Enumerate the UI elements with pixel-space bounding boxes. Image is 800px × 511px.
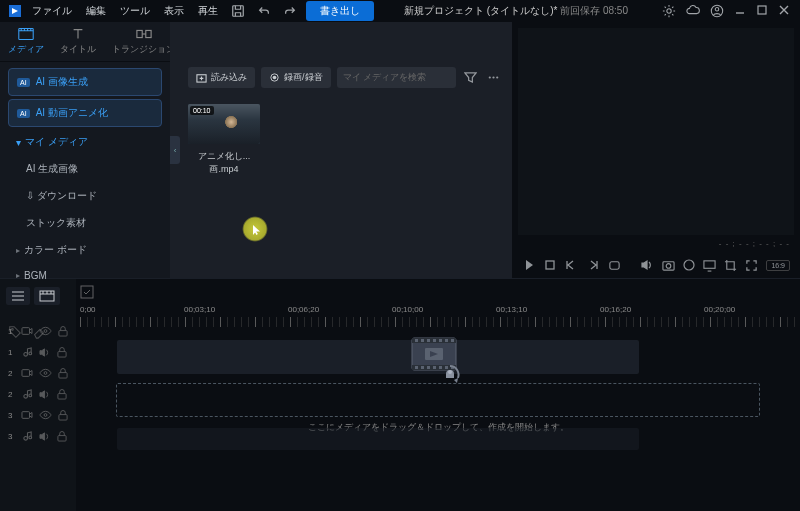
display-icon[interactable] [703, 259, 716, 272]
svg-rect-19 [546, 261, 554, 269]
svg-point-34 [29, 394, 32, 397]
import-button[interactable]: 読み込み [188, 67, 255, 88]
video-track-icon [21, 326, 33, 336]
ai-generated-images[interactable]: AI 生成画像 [8, 157, 162, 181]
lock-icon[interactable] [58, 368, 68, 379]
prev-frame-icon[interactable] [564, 258, 578, 272]
visibility-icon[interactable] [39, 368, 52, 378]
svg-rect-7 [145, 30, 150, 37]
preview-viewport[interactable] [518, 28, 794, 235]
visibility-icon[interactable] [39, 326, 52, 336]
ruler-tick: 00;13;10 [496, 305, 527, 314]
menu-view[interactable]: 表示 [158, 2, 190, 20]
svg-rect-0 [233, 6, 244, 17]
track-header[interactable]: 2 [4, 363, 72, 383]
media-clip[interactable]: 00:10 アニメ化し...画.mp4 [188, 104, 260, 176]
timeline-ruler[interactable]: 0;0000;03;1000;06;2000;10;0000;13;1000;1… [80, 305, 800, 317]
color-board-category[interactable]: ▸カラー ボード [8, 238, 162, 262]
track-header[interactable]: 3 [4, 405, 72, 425]
aspect-ratio-badge[interactable]: 16:9 [766, 260, 790, 271]
svg-point-22 [667, 263, 672, 268]
timeline-body[interactable]: 0;0000;03;1000;06;2000;10;0000;13;1000;1… [76, 279, 800, 511]
mute-icon[interactable] [39, 347, 51, 358]
cloud-icon[interactable] [686, 4, 700, 18]
visibility-icon[interactable] [39, 410, 52, 420]
filter-icon[interactable] [462, 69, 479, 86]
record-button[interactable]: 録画/録音 [261, 67, 331, 88]
svg-point-37 [44, 414, 47, 417]
stock-material[interactable]: ストック素材 [8, 211, 162, 235]
next-frame-icon[interactable] [586, 258, 600, 272]
menu-play[interactable]: 再生 [192, 2, 224, 20]
svg-point-29 [29, 352, 32, 355]
timeline-mode-film-icon[interactable] [34, 287, 60, 305]
lock-icon[interactable] [58, 410, 68, 421]
tab-media[interactable]: メディア [0, 22, 52, 61]
tab-title[interactable]: タイトル [52, 22, 104, 61]
account-icon[interactable] [710, 4, 724, 18]
more-icon[interactable] [485, 69, 502, 86]
svg-point-23 [684, 260, 694, 270]
quality-icon[interactable] [683, 259, 695, 271]
video-track-icon [21, 368, 33, 378]
svg-rect-28 [59, 330, 67, 335]
menu-tool[interactable]: ツール [114, 2, 156, 20]
minimize-icon[interactable] [734, 4, 746, 18]
timeline-settings-icon[interactable] [80, 285, 94, 299]
fullscreen-icon[interactable] [745, 259, 758, 272]
stop-icon[interactable] [544, 259, 556, 271]
track-header[interactable]: 2 [4, 384, 72, 404]
downloads[interactable]: ⇩ ダウンロード [8, 184, 162, 208]
tag-icon[interactable] [8, 325, 22, 339]
svg-point-15 [273, 75, 277, 79]
ruler-tick: 00;10;00 [392, 305, 423, 314]
timeline-mode-list-icon[interactable] [6, 287, 30, 305]
timeline-drop-zone[interactable] [116, 383, 760, 417]
svg-point-60 [448, 370, 452, 374]
snapshot-icon[interactable] [662, 259, 675, 272]
ruler-tick: 0;00 [80, 305, 96, 314]
audio-track-icon [22, 431, 33, 442]
svg-rect-50 [439, 339, 442, 342]
svg-point-32 [44, 372, 47, 375]
lock-icon[interactable] [57, 389, 67, 400]
lock-icon[interactable] [58, 326, 68, 337]
media-search-input[interactable]: マイ メディアを検索 [337, 67, 456, 88]
track-header[interactable]: 3 [4, 426, 72, 446]
svg-rect-47 [421, 339, 424, 342]
lock-icon[interactable] [57, 347, 67, 358]
undo-icon[interactable] [252, 2, 276, 20]
svg-point-12 [12, 329, 14, 331]
redo-icon[interactable] [278, 2, 302, 20]
my-media-category[interactable]: ▾マイ メディア [8, 130, 162, 154]
ruler-tick: 00;20;00 [704, 305, 735, 314]
svg-rect-6 [136, 30, 141, 37]
loop-icon[interactable] [608, 259, 621, 272]
top-menu-bar: ファイル 編集 ツール 表示 再生 書き出し 新規プロジェクト (タイトルなし)… [0, 0, 800, 22]
timeline-panel: 112233 0;0000;03;1000;06;2000;10;0000;13… [0, 278, 800, 511]
svg-point-39 [29, 436, 32, 439]
ai-image-gen-button[interactable]: AIAI 画像生成 [8, 68, 162, 96]
crop-icon[interactable] [724, 259, 737, 272]
svg-rect-21 [663, 261, 674, 269]
svg-rect-35 [58, 393, 66, 398]
svg-rect-24 [704, 260, 715, 267]
play-icon[interactable] [522, 258, 536, 272]
svg-point-18 [496, 76, 498, 78]
export-button[interactable]: 書き出し [306, 1, 374, 21]
menu-edit[interactable]: 編集 [80, 2, 112, 20]
ai-video-anim-button[interactable]: AIAI 動画アニメ化 [8, 99, 162, 127]
maximize-icon[interactable] [756, 4, 768, 18]
close-icon[interactable] [778, 4, 790, 18]
svg-rect-53 [415, 366, 418, 369]
track-header-column: 112233 [0, 279, 76, 511]
mute-icon[interactable] [39, 389, 51, 400]
menu-file[interactable]: ファイル [26, 2, 78, 20]
svg-rect-58 [445, 366, 448, 369]
lock-icon[interactable] [57, 431, 67, 442]
preview-timecode: - - ; - - ; - - ; - - [512, 235, 800, 252]
settings-icon[interactable] [662, 4, 676, 18]
mute-icon[interactable] [39, 431, 51, 442]
save-icon[interactable] [226, 2, 250, 20]
volume-icon[interactable] [640, 258, 654, 272]
